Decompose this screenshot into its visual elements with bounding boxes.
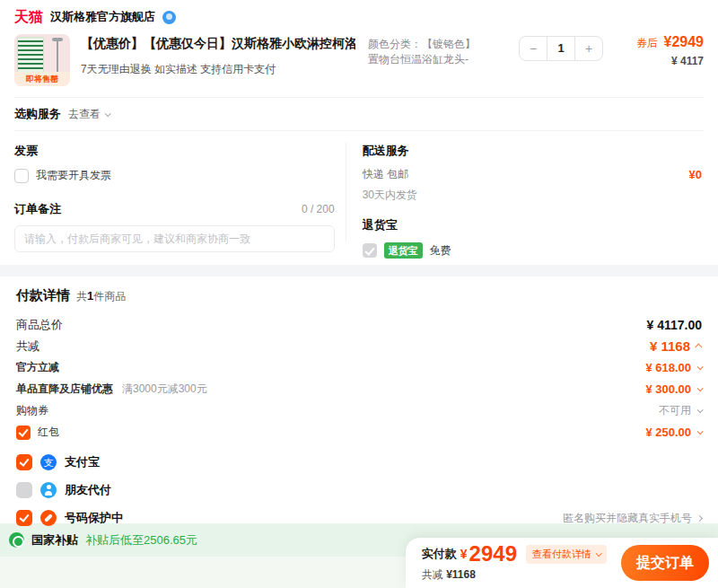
payment-method-alipay-row: 支 支付宝: [16, 453, 702, 471]
fee-label-coupon: 购物券: [16, 403, 48, 418]
alipay-checkbox[interactable]: [16, 454, 32, 470]
store-name[interactable]: 汉斯格雅官方旗舰店: [50, 9, 155, 25]
fee-value-coupon: 不可用: [659, 403, 691, 418]
red-packet-label: 红包: [38, 425, 59, 440]
chevron-down-icon: [596, 550, 602, 557]
pay-summary: 实付款 ¥ 2949 查看付款详情 共减 ¥1168: [422, 543, 607, 583]
product-info: 【优惠价】【优惠仅今日】汉斯格雅小欧淋控柯洛梅达... 7天无理由退换 如实描述…: [81, 36, 355, 86]
delivery-fee-row: 快递 包邮 ¥0: [363, 167, 704, 182]
fee-label-total: 商品总价: [16, 317, 63, 333]
red-packet-checkbox[interactable]: [16, 426, 31, 440]
quantity-increase-button[interactable]: +: [575, 37, 602, 60]
product-title[interactable]: 【优惠价】【优惠仅今日】汉斯格雅小欧淋控柯洛梅达...: [81, 36, 355, 52]
return-insurance-row: 退货宝 免费: [363, 242, 704, 259]
invoice-checkbox-row: 我需要开具发票: [14, 168, 335, 183]
spec-line-2: 置物台恒温浴缸龙头-: [368, 52, 519, 67]
chevron-down-icon: [697, 364, 704, 370]
shower-graphic: [57, 38, 58, 75]
quantity-stepper: − 1 +: [519, 36, 603, 61]
national-subsidy-note: 补贴后低至2506.65元: [85, 532, 197, 549]
count-prefix: 共: [76, 290, 87, 303]
item-shop-label: 单品直降及店铺优惠: [16, 382, 113, 397]
view-payment-detail-label: 查看付款详情: [532, 548, 591, 561]
friend-pay-label[interactable]: 朋友代付: [65, 482, 111, 498]
friend-pay-icon: [40, 482, 57, 498]
tmall-logo: 天猫: [14, 8, 43, 27]
services-title: 选购服务: [14, 106, 61, 122]
return-insurance-badge: 退货宝: [384, 242, 423, 259]
store-chat-icon[interactable]: [162, 11, 176, 24]
return-insurance-title: 退货宝: [363, 217, 704, 233]
section-separator: [0, 265, 718, 276]
friend-pay-checkbox[interactable]: [16, 482, 32, 498]
fee-label-official: 官方立减: [16, 360, 59, 375]
checkout-footer-card: 实付款 ¥ 2949 查看付款详情 共减 ¥1168 提交订单: [406, 538, 718, 588]
invoice-checkbox-label[interactable]: 我需要开具发票: [36, 168, 111, 183]
anonymous-buy-label: 匿名购买并隐藏真实手机号: [563, 511, 692, 526]
services-view-link[interactable]: 去查看: [68, 107, 109, 122]
delivery-time: 30天内发货: [363, 188, 704, 203]
remark-char-counter: 0 / 200: [302, 203, 335, 215]
quantity-value[interactable]: 1: [547, 37, 575, 60]
submit-order-button[interactable]: 提交订单: [621, 545, 709, 581]
anonymous-buy-link[interactable]: 匿名购买并隐藏真实手机号: [563, 511, 702, 526]
product-spec[interactable]: 颜色分类：【镀铬色】 置物台恒温浴缸龙头-: [368, 37, 519, 86]
fee-row-total: 商品总价 ¥ 4117.00: [16, 317, 702, 332]
payment-detail-card: 付款详情 共1件商品 商品总价 ¥ 4117.00 共减 ¥ 1168 官方立减…: [4, 276, 714, 523]
national-subsidy-icon: [9, 532, 24, 548]
item-count: 共1件商品: [76, 289, 126, 304]
total-discount-label: 共减: [422, 568, 446, 581]
alipay-label[interactable]: 支付宝: [65, 454, 100, 470]
coupon-price: ¥2949: [664, 34, 705, 49]
promo-card-graphic: [17, 37, 44, 76]
pay-label: 实付款: [422, 546, 457, 562]
fee-value-discount-sum-toggle[interactable]: ¥ 1168: [650, 338, 702, 354]
payment-detail-header: 付款详情 共1件商品: [16, 287, 702, 304]
number-protect-label: 号码保护中: [65, 510, 123, 526]
delivery-fee: ¥0: [689, 168, 702, 181]
delivery-title: 配送服务: [363, 143, 704, 159]
invoice-title: 发票: [14, 143, 335, 159]
fee-row-official: 官方立减 ¥ 618.00: [16, 360, 702, 375]
chevron-down-icon: [697, 385, 704, 391]
fee-row-discount-sum: 共减 ¥ 1168: [16, 338, 702, 354]
fee-label-item-shop: 单品直降及店铺优惠 满3000元减300元: [16, 382, 207, 397]
fee-value-coupon-toggle[interactable]: 不可用: [659, 403, 702, 418]
invoice-checkbox[interactable]: [14, 169, 29, 183]
chevron-down-icon: [697, 407, 704, 413]
chevron-down-icon: [697, 428, 704, 434]
chevron-right-icon: [696, 514, 703, 521]
total-discount-value: ¥1168: [446, 568, 476, 581]
fee-value-item-shop-toggle[interactable]: ¥ 300.00: [645, 382, 702, 396]
total-discount-line: 共减 ¥1168: [422, 567, 607, 583]
spec-line-1: 颜色分类：【镀铬色】: [368, 37, 519, 52]
remark-input[interactable]: [14, 225, 335, 252]
number-protect-checkbox[interactable]: [16, 510, 32, 526]
fee-value-official-toggle[interactable]: ¥ 618.00: [645, 361, 702, 374]
phone-protect-icon: [40, 510, 57, 526]
fee-row-item-shop: 单品直降及店铺优惠 满3000元减300元 ¥ 300.00: [16, 382, 702, 397]
fee-value-total: ¥ 4117.00: [646, 318, 702, 332]
view-payment-detail-link[interactable]: 查看付款详情: [526, 545, 607, 564]
remark-header: 订单备注 0 / 200: [14, 201, 335, 217]
payment-method-friend-pay-row: 朋友代付: [16, 481, 702, 499]
sold-out-badge: 即将售罄: [14, 72, 70, 86]
coupon-price-label: 券后: [636, 37, 658, 49]
chevron-up-icon: [695, 343, 702, 350]
original-price: ¥ 4117: [603, 55, 704, 67]
quantity-decrease-button[interactable]: −: [520, 37, 547, 60]
price-block: 券后 ¥2949 ¥ 4117: [603, 34, 704, 86]
payment-detail-title: 付款详情: [16, 287, 70, 304]
return-insurance-checkbox[interactable]: [363, 243, 377, 258]
product-image[interactable]: 即将售罄: [14, 34, 70, 86]
fee-value-red-packet: ¥ 250.00: [645, 426, 691, 439]
item-shop-condition: 满3000元减300元: [122, 382, 207, 397]
delivery-column: 配送服务 快递 包邮 ¥0 30天内发货 退货宝 退货宝 免费: [346, 143, 704, 241]
fee-value-discount-sum: ¥ 1168: [650, 338, 690, 354]
fee-label-discount-sum: 共减: [16, 338, 39, 355]
remark-title: 订单备注: [14, 201, 61, 217]
fee-value-red-packet-toggle[interactable]: ¥ 250.00: [645, 426, 702, 439]
invoice-remark-column: 发票 我需要开具发票 订单备注 0 / 200: [14, 143, 346, 241]
product-guarantees: 7天无理由退换 如实描述 支持信用卡支付: [81, 62, 355, 77]
fee-row-coupon: 购物券 不可用: [16, 403, 702, 418]
